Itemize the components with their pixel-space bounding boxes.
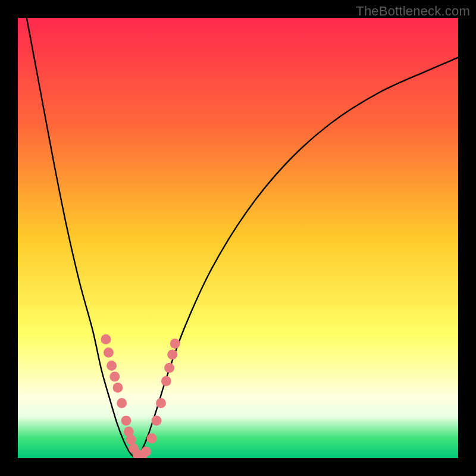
- plot-area: [18, 18, 458, 458]
- gradient-background: [18, 18, 458, 458]
- watermark-text: TheBottleneck.com: [356, 4, 470, 19]
- marker-dot: [146, 433, 156, 443]
- marker-dot: [109, 372, 120, 382]
- marker-dot: [101, 334, 111, 345]
- bottleneck-chart: [18, 18, 458, 458]
- marker-dot: [141, 446, 151, 456]
- marker-dot: [104, 347, 114, 358]
- marker-dot: [164, 363, 174, 373]
- marker-dot: [121, 416, 131, 426]
- marker-dot: [112, 383, 123, 393]
- marker-dot: [156, 398, 166, 408]
- marker-dot: [117, 398, 127, 408]
- marker-dot: [167, 350, 177, 360]
- chart-frame: TheBottleneck.com: [0, 0, 476, 476]
- marker-dot: [107, 361, 117, 371]
- marker-dot: [152, 416, 162, 426]
- marker-dot: [170, 339, 180, 349]
- marker-dot: [126, 434, 136, 444]
- marker-dot: [161, 376, 171, 386]
